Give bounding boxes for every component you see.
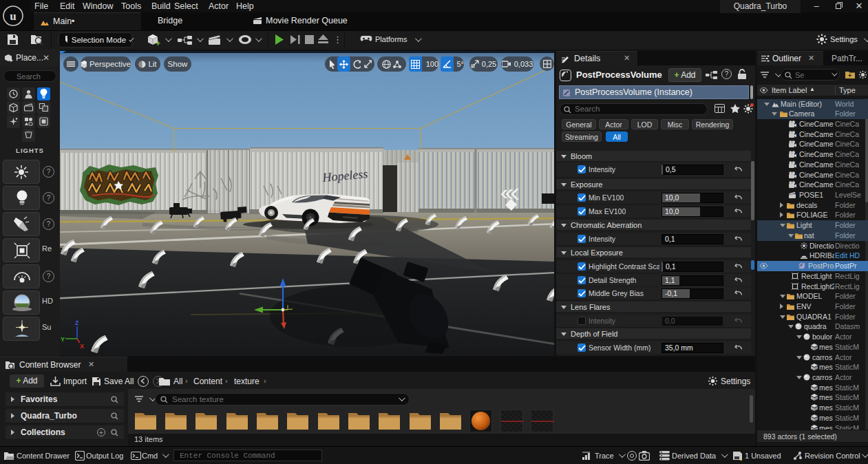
svg-text:+: + <box>848 72 851 79</box>
svg-text:u: u <box>10 10 16 23</box>
svg-text:Y: Y <box>61 336 65 343</box>
svg-text:X: X <box>80 343 84 350</box>
svg-text:+: + <box>9 56 13 63</box>
svg-text:+: + <box>156 39 160 47</box>
svg-text:Z: Z <box>75 319 79 326</box>
